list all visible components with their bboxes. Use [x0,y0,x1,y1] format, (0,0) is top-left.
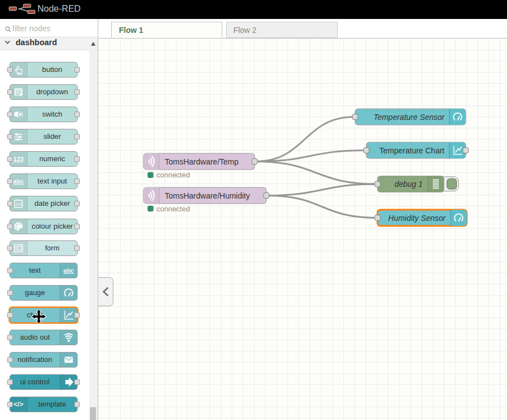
svg-text:Humidity Sensor: Humidity Sensor [388,214,446,223]
svg-text:connected: connected [156,171,190,179]
svg-text:debug 1: debug 1 [394,180,423,189]
svg-text:TomsHardware/Temp: TomsHardware/Temp [165,157,238,166]
svg-text:TomsHardware/Humidity: TomsHardware/Humidity [165,191,250,200]
svg-text:connected: connected [156,205,190,213]
svg-text:Temperature Chart: Temperature Chart [379,146,444,155]
svg-text:Temperature Sensor: Temperature Sensor [374,113,445,122]
